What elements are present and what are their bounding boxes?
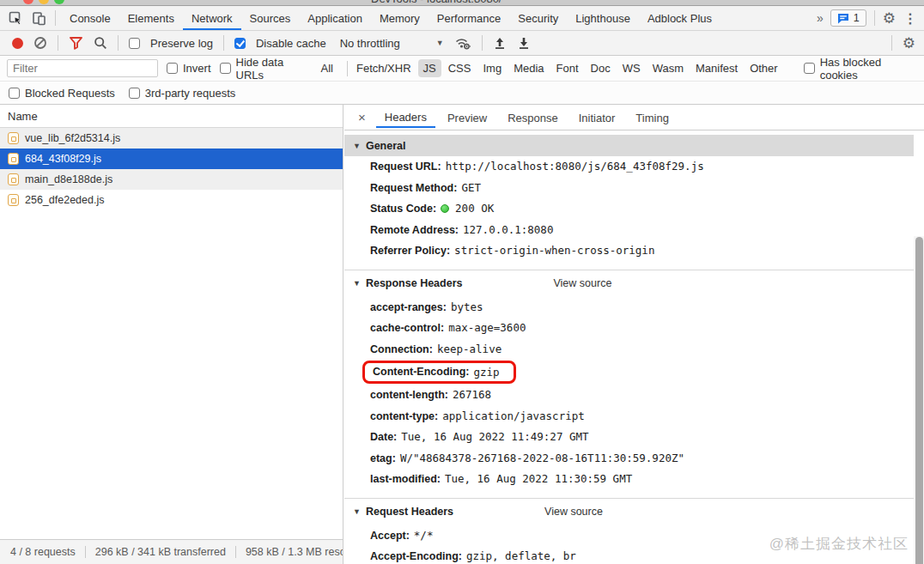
issues-count: 1 — [854, 12, 860, 24]
view-source-link[interactable]: View source — [544, 506, 603, 518]
header-value: Tue, 16 Aug 2022 11:30:59 GMT — [445, 472, 632, 485]
divider — [874, 10, 875, 26]
import-har-icon[interactable] — [493, 36, 507, 50]
request-row[interactable]: vue_lib_6f2d5314.js — [0, 128, 343, 149]
throttling-select[interactable]: No throttling ▼ — [340, 37, 444, 50]
header-row: etag:W/"48684378-267168-2022-08-16T11:30… — [344, 448, 914, 470]
filter-funnel-icon[interactable] — [69, 36, 83, 50]
tab-adblock-plus[interactable]: Adblock Plus — [639, 6, 720, 30]
request-row[interactable]: 256_dfe2eded.js — [0, 190, 343, 210]
divider — [85, 546, 86, 558]
tab-elements[interactable]: Elements — [119, 6, 183, 30]
section-title: Request Headers — [366, 506, 453, 518]
maximize-traffic-light[interactable] — [54, 0, 64, 4]
tab-initiator[interactable]: Initiator — [570, 107, 624, 127]
header-row: cache-control:max-age=3600 — [344, 318, 914, 339]
red-highlight-annotation: Content-Encoding:gzip — [362, 361, 516, 384]
chevron-down-icon: ▼ — [436, 39, 444, 47]
more-options-icon[interactable]: ⋮ — [903, 10, 917, 27]
header-name: Accept: — [370, 530, 410, 542]
throttling-value: No throttling — [340, 37, 400, 50]
settings-gear-icon[interactable]: ⚙ — [883, 11, 896, 26]
device-toolbar-icon[interactable] — [32, 11, 46, 26]
collapse-triangle-icon: ▼ — [353, 142, 361, 150]
inspect-element-icon[interactable] — [9, 11, 23, 26]
response-headers-section-header[interactable]: ▼ Response Headers View source — [344, 270, 914, 297]
record-button[interactable] — [12, 38, 23, 49]
view-source-link[interactable]: View source — [553, 277, 611, 289]
devtools-tabbar: Console Elements Network Sources Applica… — [0, 6, 924, 31]
filter-type-font[interactable]: Font — [551, 59, 584, 77]
invert-checkbox[interactable] — [167, 63, 178, 74]
window-title: DevTools - localhost:8080/ — [371, 0, 502, 5]
tab-performance[interactable]: Performance — [429, 6, 509, 30]
header-row: content-type:application/javascript — [344, 406, 914, 428]
resources-size: 958 kB / 1.3 MB resources — [246, 546, 343, 558]
export-har-icon[interactable] — [517, 36, 531, 50]
tab-timing[interactable]: Timing — [627, 107, 678, 127]
filter-type-wasm[interactable]: Wasm — [647, 59, 689, 77]
js-file-icon — [8, 153, 19, 165]
filter-type-other[interactable]: Other — [745, 59, 783, 77]
header-value: GET — [461, 181, 481, 194]
filter-type-js[interactable]: JS — [418, 59, 441, 77]
header-name: content-type: — [370, 410, 438, 422]
filter-type-ws[interactable]: WS — [617, 59, 646, 77]
network-filter-bar: Invert Hide data URLs All Fetch/XHR JS C… — [0, 56, 924, 82]
tab-response[interactable]: Response — [499, 107, 567, 127]
filter-type-manifest[interactable]: Manifest — [690, 59, 743, 77]
request-row-selected[interactable]: 684_43f08f29.js — [0, 149, 343, 169]
message-bubble-icon — [837, 13, 849, 24]
has-blocked-cookies-checkbox[interactable] — [804, 63, 815, 74]
clear-requests-icon[interactable] — [33, 36, 47, 50]
filter-type-img[interactable]: Img — [477, 59, 507, 77]
header-value: gzip — [473, 364, 499, 380]
header-row: content-length:267168 — [344, 385, 914, 406]
header-value: 200 OK — [455, 202, 494, 215]
tab-application[interactable]: Application — [299, 6, 371, 30]
tab-sources[interactable]: Sources — [241, 6, 300, 30]
filter-type-all[interactable]: All — [316, 59, 338, 77]
header-row: Connection:keep-alive — [344, 339, 914, 361]
tab-memory[interactable]: Memory — [371, 6, 429, 30]
tab-network[interactable]: Network — [183, 6, 241, 30]
scrollbar-thumb[interactable] — [915, 237, 923, 564]
header-name: last-modified: — [370, 473, 441, 485]
filter-input[interactable] — [7, 59, 158, 77]
search-icon[interactable] — [94, 36, 107, 50]
tab-headers[interactable]: Headers — [376, 106, 435, 128]
close-icon[interactable]: × — [351, 110, 373, 124]
filter-type-media[interactable]: Media — [508, 59, 549, 77]
disable-cache-checkbox[interactable] — [234, 38, 246, 49]
header-value: http://localhost:8080/js/684_43f08f29.js — [446, 160, 704, 173]
general-section-header[interactable]: ▼ General — [344, 135, 914, 156]
minimize-traffic-light[interactable] — [39, 0, 49, 4]
close-traffic-light[interactable] — [23, 0, 33, 4]
request-row[interactable]: main_d8e188de.js — [0, 169, 343, 190]
network-toolbar: Preserve log Disable cache No throttling… — [0, 31, 924, 56]
header-name: content-length: — [370, 389, 448, 401]
filter-type-doc[interactable]: Doc — [586, 59, 616, 77]
network-settings-gear-icon[interactable]: ⚙ — [903, 36, 915, 51]
js-file-icon — [8, 132, 19, 144]
header-value: 267168 — [453, 388, 491, 401]
tab-security[interactable]: Security — [509, 6, 567, 30]
network-conditions-icon[interactable] — [454, 36, 471, 50]
mac-titlebar: DevTools - localhost:8080/ — [0, 0, 924, 6]
tab-lighthouse[interactable]: Lighthouse — [567, 6, 639, 30]
filter-type-fetch-xhr[interactable]: Fetch/XHR — [351, 59, 416, 77]
network-filter-bar-2: Blocked Requests 3rd-party requests — [0, 82, 924, 105]
filter-type-css[interactable]: CSS — [443, 59, 477, 77]
third-party-requests-checkbox[interactable] — [129, 88, 140, 99]
hide-data-urls-label: Hide data URLs — [236, 56, 311, 82]
request-headers-section-header[interactable]: ▼ Request Headers View source — [344, 498, 914, 525]
tab-console[interactable]: Console — [61, 6, 119, 30]
tab-preview[interactable]: Preview — [439, 107, 495, 127]
hide-data-urls-checkbox[interactable] — [220, 63, 231, 74]
column-header-name[interactable]: Name — [0, 105, 343, 128]
more-tabs-chevron-icon[interactable]: » — [817, 11, 823, 25]
blocked-requests-checkbox[interactable] — [9, 88, 20, 99]
issues-badge[interactable]: 1 — [830, 9, 866, 27]
vertical-scrollbar[interactable] — [914, 236, 924, 564]
preserve-log-checkbox[interactable] — [129, 38, 140, 49]
